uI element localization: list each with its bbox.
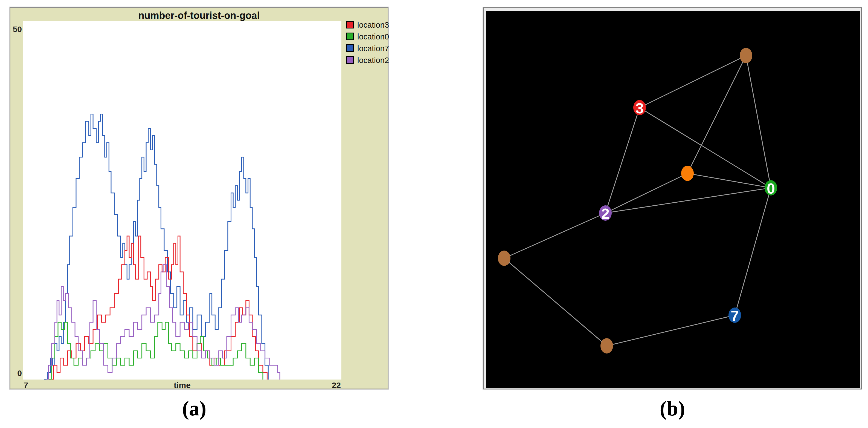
legend-label: location7 (357, 44, 389, 53)
y-axis-min-label: 0 (11, 369, 22, 378)
legend-label: location2 (357, 56, 389, 65)
graph-node-orange-node (681, 166, 694, 181)
legend-row: location2 (346, 56, 389, 67)
graph-edge-brown-left--brown-bottom (504, 258, 607, 346)
graph-edge-location-2--brown-left (504, 213, 606, 258)
legend-swatch-location3 (346, 21, 354, 28)
plot-title: number-of-tourist-on-goal (10, 10, 388, 21)
legend-row: location7 (346, 44, 389, 56)
legend-label: location0 (357, 32, 389, 41)
plot-area (23, 21, 341, 379)
graph-edge-location-3--location-2 (606, 108, 640, 213)
network-svg: 3027 (486, 11, 860, 388)
graph-node-label-location-2: 2 (601, 205, 610, 222)
graph-node-label-location-7: 7 (731, 308, 739, 324)
world-canvas: 3027 (486, 11, 860, 388)
caption-a: (a) (153, 397, 235, 420)
graph-edge-location-3--location-0 (640, 108, 771, 188)
x-axis-max-label: 22 (332, 381, 341, 390)
x-axis: 7 time 22 (23, 381, 341, 390)
legend-swatch-location7 (346, 45, 354, 52)
y-axis-max-label: 50 (11, 25, 22, 34)
legend-label: location3 (357, 20, 389, 30)
caption-b: (b) (631, 397, 713, 420)
plot-widget-panel-a: number-of-tourist-on-goal 50 0 7 time 22… (9, 7, 389, 390)
plot-svg (23, 21, 341, 379)
graph-node-brown-top (740, 48, 752, 63)
graph-edge-brown-bottom--location-7 (607, 315, 735, 346)
graph-node-label-location-3: 3 (636, 100, 644, 116)
world-view-panel-b: 3027 (483, 7, 862, 390)
graph-edge-brown-top--orange-node (687, 56, 746, 173)
graph-edge-brown-top--location-3 (640, 56, 746, 108)
graph-edge-location-0--location-7 (735, 188, 771, 315)
legend-swatch-location0 (346, 33, 354, 40)
x-axis-title: time (23, 381, 341, 390)
legend-row: location0 (346, 32, 389, 44)
graph-node-label-location-0: 0 (767, 180, 775, 197)
graph-edge-brown-top--location-0 (746, 56, 771, 188)
plot-legend: location3 location0 location7 location2 (346, 20, 389, 67)
graph-node-brown-bottom (600, 338, 613, 353)
series-line-location2 (46, 265, 280, 379)
graph-node-brown-left (498, 251, 510, 266)
legend-swatch-location2 (346, 56, 354, 64)
graph-edge-location-0--location-2 (606, 188, 771, 213)
legend-row: location3 (346, 20, 389, 32)
